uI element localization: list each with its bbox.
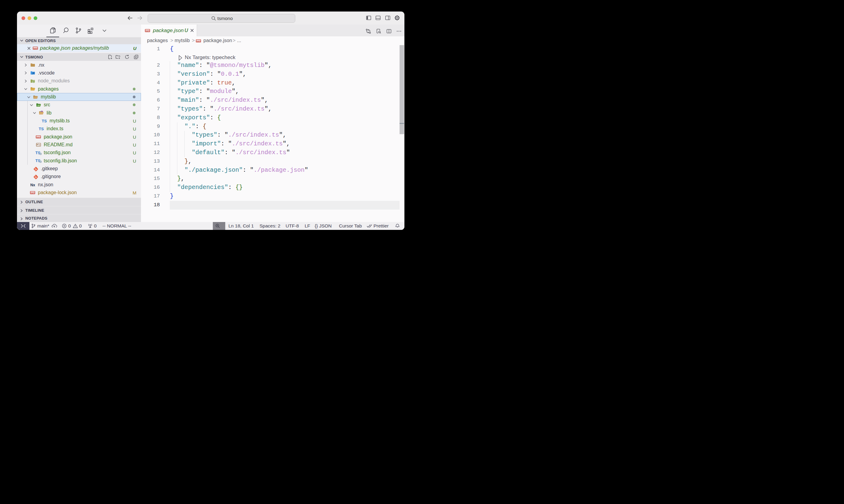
svg-text:npm: npm: [196, 40, 201, 42]
svg-text:TS: TS: [39, 127, 44, 131]
svg-text:</>: </>: [37, 105, 40, 106]
svg-text:npm: npm: [33, 47, 37, 50]
svg-text:Nx: Nx: [30, 183, 35, 187]
svg-text:TS: TS: [42, 119, 47, 123]
svg-text:npm: npm: [36, 136, 41, 138]
svg-text:npm: npm: [31, 192, 35, 194]
svg-text:js: js: [33, 81, 34, 83]
svg-text:npm: npm: [145, 30, 150, 32]
